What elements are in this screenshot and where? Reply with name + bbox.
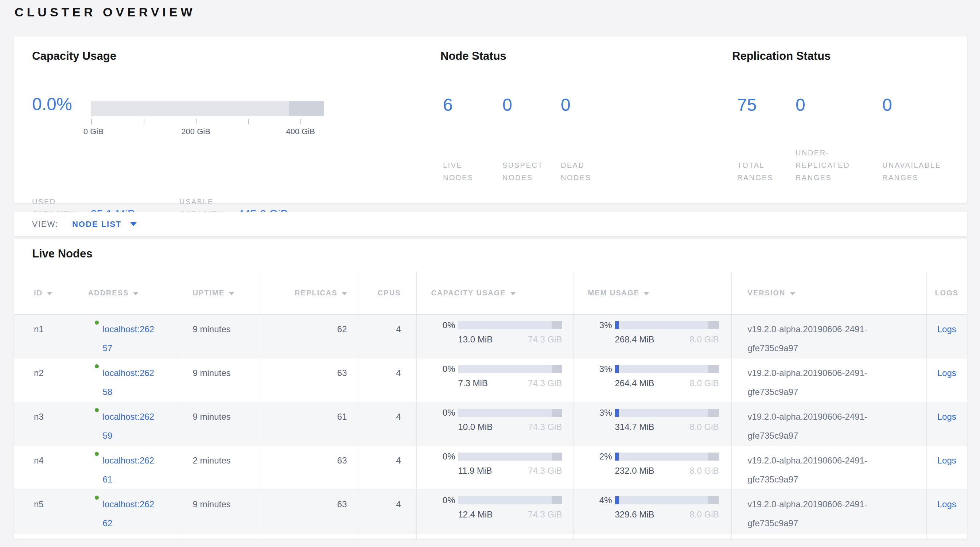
node-row-n1: n1localhost:262579 minutes624 0% 13.0 Mi… bbox=[14, 314, 967, 358]
sort-desc-icon bbox=[790, 292, 795, 296]
tick-label-400: 400 GiB bbox=[286, 127, 315, 137]
node-address-link[interactable]: localhost:26259 bbox=[103, 407, 158, 445]
mem-usage-used: 268.4 MiB bbox=[615, 334, 654, 345]
view-dropdown[interactable]: NODE LIST bbox=[72, 219, 137, 229]
column-header-replicas[interactable]: REPLICAS bbox=[262, 272, 358, 314]
node-live-dot bbox=[95, 496, 99, 499]
node-version: v19.2.0-alpha.20190606-2491-gfe735c9a97 bbox=[731, 314, 926, 358]
mem-usage-percent: 3% bbox=[588, 365, 612, 374]
node-address-link[interactable]: localhost:26258 bbox=[103, 364, 158, 401]
capacity-usage-percent: 0% bbox=[431, 321, 455, 330]
node-replicas: 63 bbox=[262, 490, 358, 533]
capacity-usage-bar bbox=[458, 409, 562, 417]
mem-usage: 4% 329.6 MiB 8.0 GiB bbox=[573, 490, 731, 533]
capacity-bar-dark-segment bbox=[289, 101, 324, 116]
chevron-down-icon bbox=[130, 222, 137, 226]
capacity-usage-total: 74.3 GiB bbox=[528, 334, 562, 345]
node-uptime: 9 minutes bbox=[176, 314, 262, 358]
mem-usage-used: 314.7 MiB bbox=[615, 421, 654, 433]
node-row-n5: n5localhost:262629 minutes634 0% 12.4 Mi… bbox=[14, 490, 967, 533]
column-header-logs: LOGS bbox=[926, 272, 967, 314]
node-address-link[interactable]: localhost:26262 bbox=[103, 495, 158, 533]
node-uptime: 9 minutes bbox=[176, 358, 262, 402]
capacity-usage-bar bbox=[458, 496, 562, 504]
summary-card: Capacity Usage Node Status Replication S… bbox=[14, 37, 967, 203]
node-address-cell: localhost:26257 bbox=[72, 314, 176, 358]
mem-usage: 2% 232.0 MiB 8.0 GiB bbox=[573, 445, 731, 490]
mem-usage: 3% 264.4 MiB 8.0 GiB bbox=[573, 358, 731, 402]
table-header-row: IDADDRESSUPTIMEREPLICASCPUSCAPACITY USAG… bbox=[14, 272, 967, 314]
node-address-link[interactable]: localhost:26257 bbox=[103, 320, 158, 358]
nodes-table: IDADDRESSUPTIMEREPLICASCPUSCAPACITY USAG… bbox=[14, 272, 967, 539]
node-address-link[interactable]: localhost:26261 bbox=[103, 451, 158, 489]
capacity-usage-bar bbox=[458, 453, 562, 461]
column-header-version[interactable]: VERSION bbox=[731, 272, 926, 314]
node-replicas: 62 bbox=[262, 314, 358, 358]
node-logs-link[interactable]: Logs bbox=[937, 412, 956, 421]
node-logs-cell: Logs bbox=[926, 402, 967, 445]
view-bar: VIEW: NODE LIST bbox=[14, 212, 967, 236]
sort-desc-icon bbox=[47, 292, 52, 296]
mem-usage-used: 329.6 MiB bbox=[615, 509, 654, 520]
capacity-usage-bar-dark-segment bbox=[552, 453, 562, 461]
node-logs-link[interactable]: Logs bbox=[937, 368, 956, 378]
column-header-capacity-usage[interactable]: CAPACITY USAGE bbox=[416, 272, 573, 314]
total-ranges-label: TOTAL RANGES bbox=[737, 159, 780, 184]
node-logs-link[interactable]: Logs bbox=[937, 499, 956, 509]
capacity-usage-used: 12.4 MiB bbox=[458, 509, 493, 520]
mem-usage-total: 8.0 GiB bbox=[689, 334, 719, 345]
capacity-usage-heading: Capacity Usage bbox=[32, 49, 116, 63]
capacity-usage-percent: 0% bbox=[431, 496, 455, 505]
mem-usage-total: 8.0 GiB bbox=[689, 465, 719, 476]
node-version: v19.2.0-alpha.20190606-2491-gfe735c9a97 bbox=[731, 358, 926, 402]
node-uptime: 9 minutes bbox=[176, 490, 262, 533]
mem-usage-bar bbox=[615, 496, 719, 504]
capacity-usage-percent: 0% bbox=[431, 452, 455, 461]
node-live-dot bbox=[95, 452, 99, 456]
suspect-nodes-stat: 0 SUSPECT NODES bbox=[503, 95, 561, 184]
mem-usage-bar-dark-segment bbox=[708, 453, 719, 461]
mem-usage-total: 8.0 GiB bbox=[689, 421, 719, 433]
column-header-id[interactable]: ID bbox=[14, 272, 72, 314]
mem-usage-total: 8.0 GiB bbox=[689, 378, 719, 389]
capacity-usage-bar-dark-segment bbox=[552, 409, 562, 417]
node-cpus: 4 bbox=[358, 490, 416, 533]
column-header-cpus: CPUS bbox=[358, 272, 416, 314]
column-header-uptime[interactable]: UPTIME bbox=[176, 272, 262, 314]
node-row-n4: n4localhost:262612 minutes634 0% 11.9 Mi… bbox=[14, 445, 967, 490]
node-row-n2: n2localhost:262589 minutes634 0% 7.3 MiB… bbox=[14, 358, 967, 402]
capacity-usage-used: 10.0 MiB bbox=[458, 421, 493, 433]
node-id: n3 bbox=[14, 402, 72, 445]
live-nodes-card: Live Nodes IDADDRESSUPTIMEREPLICASCPUSCA… bbox=[14, 239, 967, 539]
node-id: n4 bbox=[14, 445, 72, 490]
column-header-address[interactable]: ADDRESS bbox=[72, 272, 176, 314]
node-uptime: 9 minutes bbox=[176, 402, 262, 445]
mem-usage: 3% 314.7 MiB 8.0 GiB bbox=[573, 402, 731, 445]
mem-usage-used: 232.0 MiB bbox=[615, 465, 654, 476]
tick-label-200: 200 GiB bbox=[181, 127, 210, 137]
capacity-usage-total: 74.3 GiB bbox=[528, 421, 562, 433]
node-logs-link[interactable]: Logs bbox=[937, 324, 956, 334]
capacity-usage-total: 74.3 GiB bbox=[528, 378, 562, 389]
total-ranges-value: 75 bbox=[737, 95, 795, 115]
node-replicas: 63 bbox=[262, 445, 358, 490]
unavailable-ranges-value: 0 bbox=[882, 95, 963, 115]
capacity-usage-bar-dark-segment bbox=[552, 496, 562, 504]
node-address-cell: localhost:26259 bbox=[72, 402, 176, 445]
column-header-mem-usage[interactable]: MEM USAGE bbox=[573, 272, 731, 314]
mem-usage-percent: 3% bbox=[588, 321, 612, 330]
capacity-usage-bar bbox=[91, 101, 324, 116]
node-status-heading: Node Status bbox=[441, 49, 506, 63]
capacity-usage-used: 7.3 MiB bbox=[458, 378, 488, 389]
node-cpus: 4 bbox=[358, 358, 416, 402]
unavailable-ranges-stat: 0 UNAVAILABLE RANGES bbox=[882, 95, 963, 184]
suspect-nodes-value: 0 bbox=[503, 95, 561, 115]
node-logs-link[interactable]: Logs bbox=[937, 455, 956, 465]
unavailable-ranges-label: UNAVAILABLE RANGES bbox=[882, 159, 955, 184]
partial-next-row bbox=[14, 533, 967, 539]
node-live-dot bbox=[95, 321, 99, 324]
under-replicated-ranges-stat: 0 UNDER-REPLICATED RANGES bbox=[795, 95, 882, 184]
sort-desc-icon bbox=[644, 292, 649, 296]
node-id: n5 bbox=[14, 490, 72, 533]
node-version: v19.2.0-alpha.20190606-2491-gfe735c9a97 bbox=[731, 490, 926, 533]
